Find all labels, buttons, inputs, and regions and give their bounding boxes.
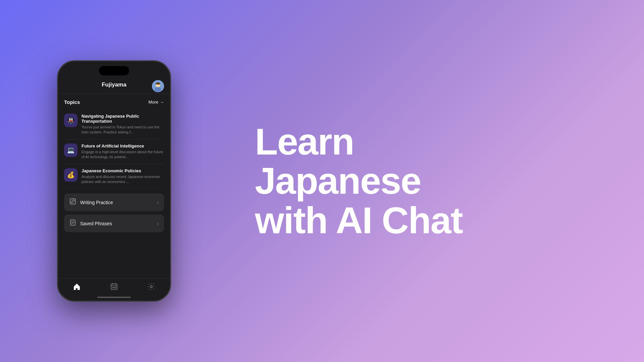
topic-name-economics: Japanese Economic Policies bbox=[82, 168, 164, 173]
app-title: Fujiyama bbox=[102, 81, 126, 88]
topic-text-transport: Navigating Japanese Public Transportatio… bbox=[82, 114, 164, 135]
topic-item[interactable]: 💻 Future of Artificial Intelligence Enga… bbox=[64, 139, 164, 164]
topic-icon-transport: 🚇 bbox=[64, 114, 77, 127]
hero-line-3: with AI Chat bbox=[255, 199, 463, 241]
svg-point-2 bbox=[155, 87, 161, 92]
hero-line-2: Japanese bbox=[255, 160, 421, 202]
topic-desc-ai: Engage in a high-level discussion about … bbox=[82, 149, 164, 160]
saved-phrases-label: Saved Phrases bbox=[80, 221, 112, 226]
svg-rect-8 bbox=[114, 287, 115, 288]
hero-section: Learn Japanese with AI Chat bbox=[228, 102, 644, 260]
phone-screen: Fujiyama bbox=[58, 61, 170, 301]
phone-frame: Fujiyama bbox=[57, 60, 171, 302]
nav-calendar[interactable] bbox=[110, 283, 118, 291]
nav-home[interactable] bbox=[73, 283, 81, 291]
arrow-right-icon: → bbox=[160, 100, 164, 105]
topic-item[interactable]: 💰 Japanese Economic Policies Analyze and… bbox=[64, 164, 164, 189]
saved-phrases-button[interactable]: Saved Phrases › bbox=[64, 215, 164, 232]
phone-container: Fujiyama bbox=[0, 0, 228, 362]
app-content: Topics More → 🚇 Navigating Japanese Publ… bbox=[58, 94, 170, 290]
svg-point-10 bbox=[150, 286, 152, 288]
topic-icon-economics: 💰 bbox=[64, 168, 77, 182]
chevron-right-icon-2: › bbox=[157, 221, 159, 226]
svg-rect-6 bbox=[111, 284, 117, 290]
chevron-right-icon: › bbox=[157, 200, 159, 205]
topic-text-ai: Future of Artificial Intelligence Engage… bbox=[82, 143, 164, 160]
writing-practice-label: Writing Practice bbox=[80, 200, 113, 205]
more-link[interactable]: More → bbox=[148, 100, 164, 105]
writing-icon bbox=[69, 198, 76, 206]
home-indicator bbox=[97, 297, 131, 298]
topic-name-transport: Navigating Japanese Public Transportatio… bbox=[82, 114, 164, 124]
dynamic-island bbox=[99, 66, 129, 75]
avatar-image bbox=[152, 80, 164, 92]
hero-line-1: Learn bbox=[255, 121, 354, 163]
hero-heading: Learn Japanese with AI Chat bbox=[255, 122, 617, 240]
saved-phrases-icon bbox=[69, 219, 76, 228]
nav-settings[interactable] bbox=[147, 283, 155, 291]
topic-item[interactable]: 🚇 Navigating Japanese Public Transportat… bbox=[64, 110, 164, 139]
svg-rect-7 bbox=[112, 287, 113, 288]
topic-desc-transport: You've just arrived in Tokyo and need to… bbox=[82, 125, 164, 135]
topic-desc-economics: Analyze and discuss recent Japanese econ… bbox=[82, 174, 164, 185]
topics-section-header: Topics More → bbox=[64, 99, 164, 105]
topic-icon-ai: 💻 bbox=[64, 143, 77, 157]
topics-label: Topics bbox=[64, 99, 80, 105]
writing-practice-button[interactable]: Writing Practice › bbox=[64, 193, 164, 211]
svg-rect-4 bbox=[70, 199, 75, 204]
svg-rect-9 bbox=[115, 287, 116, 288]
topic-name-ai: Future of Artificial Intelligence bbox=[82, 143, 164, 148]
writing-practice-left: Writing Practice bbox=[69, 198, 113, 206]
topic-text-economics: Japanese Economic Policies Analyze and d… bbox=[82, 168, 164, 185]
saved-phrases-left: Saved Phrases bbox=[69, 219, 112, 228]
avatar[interactable] bbox=[152, 80, 164, 92]
